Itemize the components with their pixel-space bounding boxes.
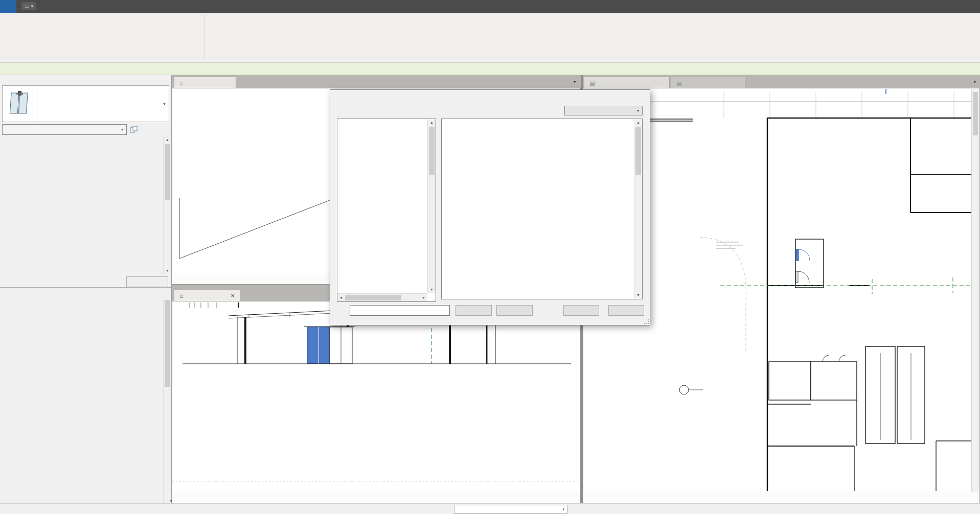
chevron-down-icon[interactable]: ▾	[973, 79, 976, 84]
find-row	[330, 305, 650, 317]
scroll-up-icon[interactable]: ▲	[634, 119, 642, 126]
project-browser-tree	[0, 299, 163, 503]
scroll-down-icon[interactable]: ▼	[634, 292, 642, 299]
home-icon: ⌂	[179, 292, 183, 299]
project-browser-title	[0, 288, 171, 298]
scroll-up-icon[interactable]: ▲	[428, 119, 436, 126]
assembly-tree-items	[443, 121, 633, 298]
scroll-down-icon[interactable]: ▼	[164, 267, 171, 274]
scroll-left-icon[interactable]: ◄	[337, 294, 345, 301]
floor-plan-icon: ▤	[676, 79, 682, 86]
type-name	[42, 86, 159, 122]
categories-scrollbar[interactable]: ▲▼	[427, 119, 436, 293]
resize-grip[interactable]	[644, 319, 649, 324]
left-dock: ▾ ▾ ▲▼ ▼	[0, 75, 172, 503]
scroll-up-icon[interactable]: ▲	[164, 136, 171, 144]
home-icon: ⌂	[179, 79, 183, 86]
find-input[interactable]	[350, 305, 450, 316]
chevron-down-icon[interactable]: ▾	[161, 86, 168, 121]
view-control-bar	[173, 492, 580, 502]
view-tab-entry-level[interactable]: ▤	[584, 77, 670, 88]
apply-button[interactable]	[126, 276, 168, 287]
type-preview-image	[4, 87, 37, 121]
next-button[interactable]	[455, 305, 492, 316]
view-west-canvas[interactable]	[172, 301, 580, 492]
active-workset-dropdown[interactable]: ▾	[454, 505, 567, 513]
browser-scrollbar[interactable]: ▼	[163, 299, 171, 503]
file-menu-button[interactable]	[0, 0, 16, 13]
view-tab-3d[interactable]: ⌂	[174, 77, 236, 88]
ribbon	[0, 13, 980, 62]
properties-palette: ▾ ▾ ▲▼	[0, 75, 171, 84]
scope-dropdown[interactable]: ▾	[564, 106, 643, 115]
scrollbar-thumb[interactable]	[973, 92, 978, 135]
status-bar: ▾	[0, 503, 980, 514]
chevron-down-icon: ▾	[31, 4, 34, 9]
scroll-right-icon[interactable]: ►	[420, 294, 427, 301]
scrollbar-thumb[interactable]	[345, 295, 401, 300]
edit-type-button[interactable]	[130, 124, 170, 135]
status-middle: ▾	[454, 505, 567, 513]
edit-type-icon	[130, 126, 138, 133]
categories-hscrollbar[interactable]: ◄►	[337, 293, 427, 301]
view-tab-west[interactable]: ⌂×	[174, 290, 240, 301]
chevron-down-icon: ▾	[121, 127, 123, 132]
ok-button[interactable]	[563, 305, 599, 316]
scrollbar-thumb[interactable]	[165, 300, 170, 387]
chevron-down-icon[interactable]: ▾	[574, 79, 576, 84]
ribbon-tab-bar: ▭▾	[0, 0, 980, 13]
categories-list: ▲▼ ◄►	[337, 119, 436, 302]
chevron-down-icon: ▾	[637, 108, 639, 113]
scroll-down-icon[interactable]: ▼	[428, 286, 436, 293]
panel-icon: ▭	[25, 4, 29, 9]
chevron-down-icon: ▾	[562, 507, 564, 511]
scrollbar-thumb[interactable]	[429, 127, 435, 175]
close-icon[interactable]: ×	[231, 292, 235, 299]
cancel-button[interactable]	[608, 305, 644, 316]
panel-separator	[204, 14, 205, 60]
type-selector[interactable]: ▾	[2, 85, 169, 122]
previous-button[interactable]	[496, 305, 533, 316]
selection-filter-dropdown[interactable]: ▾	[2, 124, 127, 135]
tree-scrollbar[interactable]: ▲▼	[634, 119, 642, 299]
properties-scrollbar[interactable]: ▲▼	[163, 136, 171, 274]
categories-items	[338, 120, 427, 293]
dialog-title-bar[interactable]	[330, 90, 650, 104]
project-browser: ▼	[0, 287, 171, 503]
scrollbar-thumb[interactable]	[165, 144, 170, 200]
mode-bar	[0, 62, 980, 75]
selection-row: ▾	[0, 124, 171, 135]
floor-plan-icon: ▤	[589, 79, 595, 86]
scrollbar-thumb[interactable]	[635, 127, 641, 175]
view-control-bar	[584, 492, 979, 502]
view-tab-strip: ⌂ ▾ ▤ ▤ ▾	[172, 75, 980, 88]
plan-scrollbar[interactable]	[971, 89, 979, 492]
view-west-window[interactable]	[172, 301, 581, 503]
ribbon-options-button[interactable]: ▭▾	[21, 2, 36, 10]
view-tab-02-floor[interactable]: ▤	[671, 77, 745, 88]
assembly-code-tree: ▲▼	[441, 119, 643, 299]
set-assembly-code-dialog: ▾ ▲▼ ◄► ▲▼	[330, 89, 650, 325]
properties-title	[0, 75, 171, 84]
